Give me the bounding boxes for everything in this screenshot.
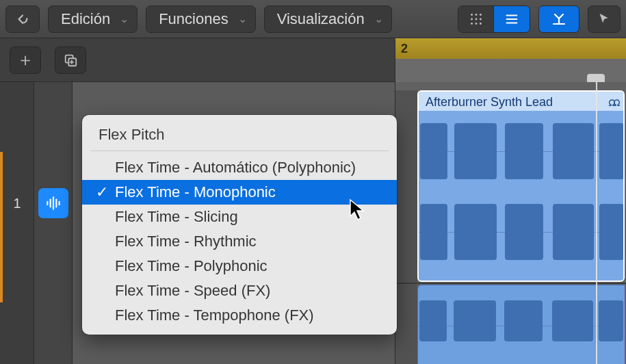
flex-tool-button[interactable]: [538, 5, 579, 33]
chevron-down-icon: ⌄: [238, 12, 247, 25]
svg-point-4: [475, 18, 477, 20]
list-icon: [504, 12, 519, 27]
flex-mode-option-label: Flex Time - Tempophone (FX): [115, 307, 314, 324]
functions-menu[interactable]: Funciones ⌄: [146, 5, 256, 33]
popup-divider: [90, 151, 389, 151]
edit-menu[interactable]: Edición ⌄: [48, 5, 138, 33]
bar-ruler[interactable]: 2: [395, 38, 626, 59]
audio-track-badge[interactable]: [38, 188, 68, 218]
popup-header-label: Flex Pitch: [99, 126, 165, 143]
list-view-button[interactable]: [494, 6, 530, 32]
audio-region-secondary[interactable]: [417, 285, 625, 364]
svg-point-8: [479, 22, 481, 24]
add-button[interactable]: ＋: [10, 47, 41, 74]
back-nav-button[interactable]: [5, 5, 40, 33]
chevron-down-icon: ⌄: [120, 12, 129, 25]
waveform-icon: [44, 194, 62, 212]
popup-header-item[interactable]: Flex Pitch: [82, 120, 397, 151]
bar-number-label: 2: [401, 42, 408, 56]
svg-point-3: [471, 18, 473, 20]
back-arrow-icon: [15, 12, 30, 27]
grid-view-button[interactable]: [458, 6, 494, 32]
view-mode-group: [458, 5, 530, 33]
editor-toolbar: Edición ⌄ Funciones ⌄ Visualización ⌄: [0, 0, 626, 38]
svg-point-1: [475, 14, 477, 16]
waveform-lane-top: [419, 111, 623, 192]
flex-mode-option-label: Flex Time - Rhythmic: [115, 233, 257, 250]
flex-mode-option[interactable]: ✓Flex Time - Slicing: [82, 205, 397, 229]
loop-icon: 󠀠ᘯᘯ: [611, 95, 618, 109]
svg-point-6: [471, 22, 473, 24]
view-menu[interactable]: Visualización ⌄: [264, 5, 392, 33]
svg-point-0: [471, 14, 473, 16]
sub-toolbar: ＋ 2: [0, 38, 626, 82]
plus-icon: ＋: [16, 48, 34, 72]
svg-point-2: [479, 14, 481, 16]
region-header[interactable]: Afterburner Synth Lead 󠀠ᘯᘯ: [419, 92, 623, 111]
flex-mode-option[interactable]: ✓Flex Time - Monophonic: [82, 180, 397, 205]
checkmark-icon: ✓: [94, 183, 109, 201]
flex-mode-option-label: Flex Time - Speed (FX): [115, 282, 270, 300]
waveform-lane: [418, 285, 625, 364]
track-header-1[interactable]: [34, 152, 73, 255]
edit-menu-label: Edición: [61, 10, 110, 28]
duplicate-icon: [63, 53, 78, 68]
flex-mode-option[interactable]: ✓Flex Time - Automático (Polyphonic): [82, 155, 397, 180]
track-number-label: 1: [13, 196, 21, 211]
beat-ruler[interactable]: [395, 59, 626, 82]
grid-icon: [469, 12, 484, 27]
flex-mode-option-label: Flex Time - Monophonic: [115, 183, 276, 201]
flex-mode-option[interactable]: ✓Flex Time - Polyphonic: [82, 254, 397, 278]
chevron-down-icon: ⌄: [374, 12, 383, 25]
flex-mode-option-label: Flex Time - Slicing: [115, 208, 238, 226]
svg-point-7: [475, 22, 477, 24]
playhead-line[interactable]: [596, 82, 597, 364]
region-name-label: Afterburner Synth Lead: [426, 95, 553, 109]
timeline-area[interactable]: Afterburner Synth Lead 󠀠ᘯᘯ: [395, 82, 626, 364]
functions-menu-label: Funciones: [159, 10, 229, 28]
flex-mode-option[interactable]: ✓Flex Time - Tempophone (FX): [82, 303, 397, 328]
flex-mode-option-label: Flex Time - Polyphonic: [115, 257, 268, 275]
flex-mode-option[interactable]: ✓Flex Time - Rhythmic: [82, 229, 397, 254]
timeline-ruler[interactable]: 2: [395, 38, 626, 82]
track-separator: [395, 283, 626, 284]
flex-icon: [549, 10, 569, 29]
region-left-shade: [395, 90, 417, 364]
flex-mode-option-label: Flex Time - Automático (Polyphonic): [115, 159, 356, 177]
duplicate-button[interactable]: [55, 47, 86, 74]
svg-point-5: [479, 18, 481, 20]
pointer-icon: [597, 12, 612, 27]
view-menu-label: Visualización: [277, 10, 365, 28]
audio-region[interactable]: Afterburner Synth Lead 󠀠ᘯᘯ: [417, 90, 625, 282]
pointer-tool-button[interactable]: [588, 5, 621, 33]
flex-mode-popup: Flex Pitch ✓Flex Time - Automático (Poly…: [82, 115, 397, 335]
flex-mode-option[interactable]: ✓Flex Time - Speed (FX): [82, 278, 397, 303]
waveform-lane-bottom: [419, 192, 623, 272]
track-number-1[interactable]: 1: [0, 152, 34, 255]
